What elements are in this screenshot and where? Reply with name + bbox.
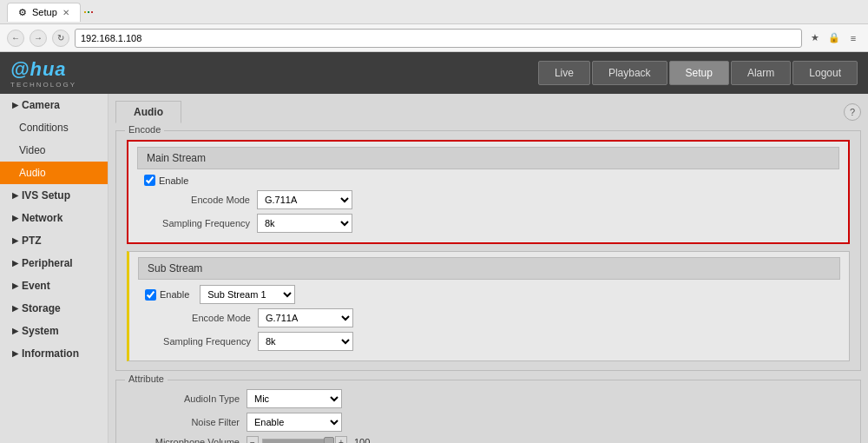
- address-bar[interactable]: [75, 29, 802, 48]
- slider-decrease-button[interactable]: −: [247, 436, 259, 443]
- main-stream-sampling-row: Sampling Frequency 8k 16k 32k: [137, 214, 839, 233]
- browser-controls: ← → ↻ ★ 🔒 ≡: [0, 24, 868, 52]
- sidebar-item-camera[interactable]: ▶ Camera: [0, 94, 108, 116]
- arrow-icon: ▶: [12, 327, 18, 335]
- sidebar-item-conditions[interactable]: Conditions: [0, 116, 108, 139]
- window-close-button[interactable]: [91, 11, 93, 13]
- sidebar-item-label: Camera: [22, 99, 60, 111]
- sub-stream-enable-checkbox[interactable]: [145, 289, 156, 301]
- sidebar-item-ivs-setup[interactable]: ▶ IVS Setup: [0, 184, 108, 207]
- main-stream-encode-mode-row: Encode Mode G.711A G.711Mu AAC: [137, 190, 839, 209]
- sidebar-item-peripheral[interactable]: ▶ Peripheral: [0, 252, 108, 274]
- audioin-type-label: AudioIn Type: [134, 393, 247, 404]
- encode-section-legend: Encode: [125, 124, 164, 135]
- nav-tab-alarm[interactable]: Alarm: [731, 61, 791, 85]
- sidebar-item-label: System: [22, 325, 59, 337]
- attribute-section-legend: Attribute: [125, 374, 168, 384]
- noise-filter-row: Noise Filter Enable Disable: [127, 413, 850, 432]
- tab-title: Setup: [32, 7, 57, 17]
- main-content: ▶ Camera Conditions Video Audio ▶ IVS Se…: [0, 94, 868, 443]
- sub-stream-encode-mode-row: Encode Mode G.711A G.711Mu AAC: [138, 308, 840, 327]
- browser-tab[interactable]: ⚙ Setup ✕: [7, 3, 81, 22]
- sub-stream-select[interactable]: Sub Stream 1 Sub Stream 2: [200, 285, 295, 304]
- sidebar-item-ptz[interactable]: ▶ PTZ: [0, 229, 108, 252]
- sidebar-item-label: Peripheral: [22, 257, 73, 269]
- refresh-button[interactable]: ↻: [52, 30, 69, 47]
- sidebar-item-network[interactable]: ▶ Network: [0, 207, 108, 229]
- encode-mode-select[interactable]: G.711A G.711Mu AAC: [257, 190, 352, 209]
- arrow-icon: ▶: [12, 349, 18, 358]
- forward-button[interactable]: →: [30, 30, 47, 47]
- sub-stream-enable-row: Enable Sub Stream 1 Sub Stream 2: [138, 285, 840, 304]
- sidebar-item-label: Audio: [19, 167, 46, 179]
- nav-tab-logout[interactable]: Logout: [792, 61, 858, 85]
- help-icon[interactable]: ?: [844, 103, 861, 121]
- refresh-icon: ↻: [57, 33, 64, 43]
- sidebar-item-event[interactable]: ▶ Event: [0, 274, 108, 297]
- window-minimize-button[interactable]: [84, 11, 86, 13]
- sampling-freq-select[interactable]: 8k 16k 32k: [257, 214, 352, 233]
- nav-tabs: Live Playback Setup Alarm Logout: [538, 61, 858, 85]
- mic-volume-row: Microphone Volume − + 100: [127, 436, 850, 443]
- sidebar-item-system[interactable]: ▶ System: [0, 320, 108, 342]
- tab-audio[interactable]: Audio: [115, 101, 181, 123]
- sub-stream-box: Sub Stream Enable Sub Stream 1 Sub Strea…: [127, 251, 850, 361]
- arrow-icon: ▶: [12, 259, 18, 268]
- arrow-icon: ▶: [12, 214, 18, 222]
- nav-tab-live[interactable]: Live: [538, 61, 590, 85]
- sub-sampling-freq-select[interactable]: 8k 16k 32k: [258, 332, 353, 351]
- sub-sampling-freq-label: Sampling Frequency: [145, 336, 258, 347]
- sidebar-item-label: Conditions: [19, 122, 69, 134]
- tab-close-button[interactable]: ✕: [62, 8, 69, 17]
- sidebar-item-label: Video: [19, 144, 45, 156]
- logo-area: @hua TECHNOLOGY: [10, 58, 76, 89]
- arrow-icon: ▶: [12, 191, 18, 200]
- app-header: @hua TECHNOLOGY Live Playback Setup Alar…: [0, 52, 868, 94]
- sidebar-item-label: PTZ: [22, 235, 42, 247]
- noise-filter-label: Noise Filter: [134, 417, 247, 427]
- logo-text: @hua: [10, 58, 76, 81]
- back-icon: ←: [11, 33, 20, 43]
- arrow-icon: ▶: [12, 236, 18, 245]
- arrow-icon: ▶: [12, 101, 18, 109]
- lock-icon: 🔒: [826, 30, 842, 46]
- slider-fill: [263, 440, 331, 443]
- sidebar-item-label: Network: [22, 212, 62, 224]
- window-maximize-button[interactable]: [88, 11, 89, 13]
- slider-value: 100: [354, 437, 370, 443]
- encode-section: Encode Main Stream Enable Encode Mode G.…: [115, 130, 861, 371]
- nav-tab-playback[interactable]: Playback: [592, 61, 667, 85]
- main-stream-header: Main Stream: [137, 147, 839, 169]
- sub-encode-mode-label: Encode Mode: [145, 313, 258, 323]
- noise-filter-select[interactable]: Enable Disable: [247, 413, 342, 432]
- sidebar-item-label: Storage: [22, 302, 61, 314]
- sidebar-item-storage[interactable]: ▶ Storage: [0, 297, 108, 320]
- slider-track[interactable]: [262, 439, 332, 443]
- sidebar-item-audio[interactable]: Audio: [0, 162, 108, 184]
- sub-stream-enable-label: Enable: [160, 289, 189, 300]
- mic-volume-label: Microphone Volume: [134, 437, 247, 443]
- star-icon[interactable]: ★: [807, 30, 823, 46]
- main-stream-enable-label: Enable: [159, 175, 188, 186]
- audioin-type-select[interactable]: Mic Line In: [247, 389, 342, 408]
- main-stream-enable-checkbox[interactable]: [144, 175, 155, 186]
- attribute-section: Attribute AudioIn Type Mic Line In Noise…: [115, 380, 861, 443]
- slider-thumb[interactable]: [324, 437, 334, 443]
- sidebar-item-label: IVS Setup: [22, 189, 70, 202]
- content-area: Audio ? Encode Main Stream Enable Encode…: [108, 94, 868, 443]
- slider-increase-button[interactable]: +: [335, 436, 347, 443]
- menu-icon[interactable]: ≡: [845, 30, 861, 46]
- back-button[interactable]: ←: [7, 30, 24, 47]
- arrow-icon: ▶: [12, 281, 18, 290]
- nav-tab-setup[interactable]: Setup: [669, 61, 729, 85]
- sub-stream-header: Sub Stream: [138, 257, 840, 280]
- browser-title-bar: ⚙ Setup ✕: [0, 0, 868, 24]
- sidebar-item-information[interactable]: ▶ Information: [0, 342, 108, 365]
- mic-volume-slider[interactable]: − + 100: [247, 436, 370, 443]
- sampling-freq-label: Sampling Frequency: [144, 218, 257, 228]
- sub-encode-mode-select[interactable]: G.711A G.711Mu AAC: [258, 308, 353, 327]
- sidebar-item-video[interactable]: Video: [0, 139, 108, 162]
- sidebar: ▶ Camera Conditions Video Audio ▶ IVS Se…: [0, 94, 108, 443]
- audioin-type-row: AudioIn Type Mic Line In: [127, 389, 850, 408]
- forward-icon: →: [34, 33, 43, 43]
